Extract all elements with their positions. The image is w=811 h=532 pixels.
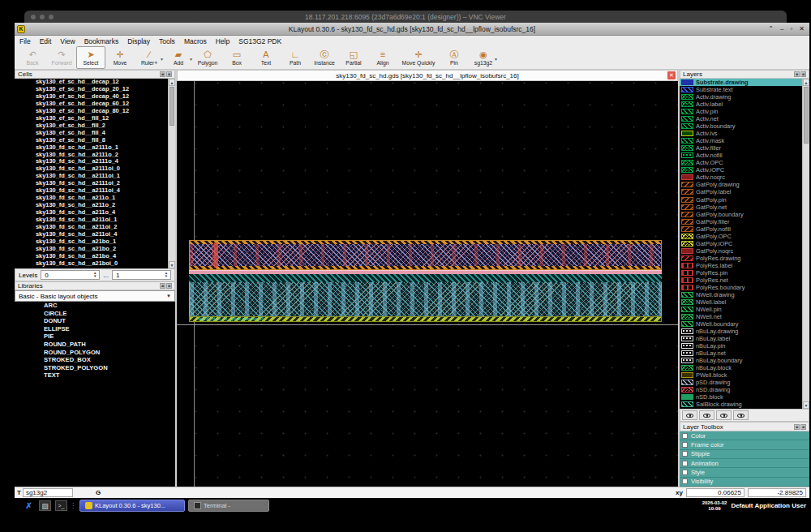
- layer-swatch-icon[interactable]: [681, 277, 693, 283]
- layer-item[interactable]: Activ.lvs: [680, 130, 809, 137]
- terminal-launcher-icon[interactable]: >_: [55, 500, 67, 511]
- layer-swatch-icon[interactable]: [681, 123, 693, 129]
- checkbox-icon[interactable]: [682, 470, 688, 475]
- chevron-down-icon[interactable]: ▼: [494, 57, 498, 62]
- layer-item[interactable]: Activ.OPC: [680, 159, 809, 166]
- layer-swatch-icon[interactable]: [681, 343, 693, 349]
- layer-swatch-icon[interactable]: [681, 241, 693, 247]
- layout-tab[interactable]: sky130_fd_sc_hd.gds [sky130_fd_sc_hd__lp…: [177, 70, 678, 81]
- layer-item[interactable]: NWell.boundary: [680, 320, 809, 328]
- cells-scrollbar[interactable]: ▲ ▼: [168, 79, 175, 268]
- tool-partial[interactable]: ◱Partial: [339, 46, 368, 69]
- library-object-item[interactable]: ROUND_PATH: [15, 341, 175, 349]
- menu-help[interactable]: Help: [216, 37, 230, 45]
- library-object-item[interactable]: TEXT: [15, 371, 175, 380]
- scroll-thumb[interactable]: [169, 87, 174, 126]
- toolbox-row-color[interactable]: Color: [680, 431, 809, 440]
- layer-swatch-icon[interactable]: [681, 380, 693, 385]
- cell-nwell-region[interactable]: [189, 240, 662, 270]
- show-selected-layer-button[interactable]: [716, 410, 732, 420]
- scroll-up-icon[interactable]: ▲: [803, 79, 809, 86]
- layers-list[interactable]: Substrate.drawingSubstrate.textActiv.dra…: [680, 79, 809, 409]
- levels-to-spinner[interactable]: 1▲▼: [112, 270, 171, 280]
- layer-swatch-icon[interactable]: [681, 219, 693, 225]
- layer-item[interactable]: GatPoly.nofill: [680, 225, 809, 233]
- layer-swatch-icon[interactable]: [681, 263, 693, 268]
- layer-swatch-icon[interactable]: [681, 248, 693, 254]
- tool-path[interactable]: ∟Path: [281, 46, 310, 69]
- tool-ruler+[interactable]: ∕Ruler+▼: [135, 46, 164, 69]
- layout-canvas[interactable]: sky130_fd_sc_hd__lpflow_isobufsrc_16: [177, 81, 678, 487]
- file-manager-icon[interactable]: ▨: [39, 500, 51, 511]
- layer-item[interactable]: Substrate.drawing: [680, 79, 809, 86]
- levels-from-spinner[interactable]: 0▲▼: [41, 270, 100, 280]
- layer-item[interactable]: Activ.mask: [680, 137, 809, 144]
- panel-close-icon[interactable]: ▣: [800, 424, 806, 430]
- layer-swatch-icon[interactable]: [681, 116, 693, 122]
- layers-scrollbar[interactable]: ▲ ▼: [802, 79, 809, 409]
- toolbox-row-stipple[interactable]: Stipple: [680, 450, 809, 459]
- layer-swatch-icon[interactable]: [681, 270, 693, 276]
- layer-item[interactable]: Activ.iOPC: [680, 166, 809, 174]
- tool-box[interactable]: ▭Box: [222, 46, 251, 69]
- layer-item[interactable]: nBuLay.drawing: [680, 328, 809, 335]
- layer-item[interactable]: nBuLay.boundary: [680, 357, 809, 364]
- tool-text[interactable]: AText: [251, 46, 281, 69]
- layer-swatch-icon[interactable]: [681, 394, 693, 400]
- tool-move-quickly[interactable]: ✛Move Quickly: [397, 46, 440, 69]
- layer-swatch-icon[interactable]: [681, 226, 693, 232]
- layer-item[interactable]: NWell.label: [680, 298, 809, 306]
- layer-swatch-icon[interactable]: [681, 234, 693, 239]
- layer-swatch-icon[interactable]: [681, 204, 693, 210]
- layer-item[interactable]: SalBlock.drawing: [680, 401, 809, 408]
- toolbox-row-style[interactable]: Style: [680, 468, 809, 477]
- scroll-thumb[interactable]: [804, 87, 809, 144]
- layer-swatch-icon[interactable]: [681, 152, 693, 158]
- layer-swatch-icon[interactable]: [681, 109, 693, 114]
- toolbox-row-animation[interactable]: Animation: [680, 459, 809, 468]
- layer-item[interactable]: nBuLay.pin: [680, 342, 809, 350]
- library-object-item[interactable]: CIRCLE: [15, 310, 175, 318]
- tool-move[interactable]: ✛Move: [105, 46, 135, 69]
- layer-item[interactable]: nBuLay.label: [680, 335, 809, 342]
- layer-swatch-icon[interactable]: [681, 138, 693, 144]
- panel-config-icon[interactable]: ▣: [794, 424, 800, 430]
- layer-item[interactable]: Activ.pin: [680, 108, 809, 115]
- hide-selected-layer-button[interactable]: [733, 410, 749, 420]
- tool-add[interactable]: ▰Add▼: [164, 46, 193, 69]
- show-all-layers-button[interactable]: [682, 410, 697, 420]
- layer-swatch-icon[interactable]: [681, 292, 693, 298]
- layer-item[interactable]: GatPoly.boundary: [680, 211, 809, 218]
- library-select[interactable]: Basic - Basic layout objects ▼: [15, 290, 175, 302]
- layer-swatch-icon[interactable]: [681, 328, 693, 334]
- panel-close-icon[interactable]: ▣: [166, 283, 172, 289]
- layer-item[interactable]: Activ.boundary: [680, 122, 809, 130]
- menu-view[interactable]: View: [60, 37, 75, 45]
- layer-item[interactable]: PWell.block: [680, 371, 809, 379]
- layer-item[interactable]: Activ.drawing: [680, 93, 809, 101]
- layer-swatch-icon[interactable]: [681, 160, 693, 165]
- layer-swatch-icon[interactable]: [681, 197, 693, 203]
- x11-icon[interactable]: ✗: [23, 500, 35, 511]
- layer-item[interactable]: GatPoly.noqrc: [680, 247, 809, 255]
- layer-swatch-icon[interactable]: [681, 358, 693, 363]
- layer-swatch-icon[interactable]: [681, 255, 693, 261]
- checkbox-icon[interactable]: [682, 478, 688, 484]
- scroll-down-icon[interactable]: ▼: [803, 401, 809, 409]
- layer-item[interactable]: PolyRes.boundary: [680, 284, 809, 291]
- layer-item[interactable]: NWell.drawing: [680, 291, 809, 298]
- tool-polygon[interactable]: ⬠Polygon: [193, 46, 222, 69]
- layer-item[interactable]: Substrate.text: [680, 86, 809, 93]
- cells-list[interactable]: ▲ ▼ sky130_ef_sc_hd__decap_12sky130_ef_s…: [15, 79, 175, 268]
- taskbar-klayout-button[interactable]: KLayout 0.30.6 - sky130...: [79, 500, 185, 512]
- layer-swatch-icon[interactable]: [681, 401, 693, 407]
- layer-item[interactable]: Activ.nofill: [680, 152, 809, 159]
- library-object-item[interactable]: DONUT: [15, 317, 175, 325]
- cell-pwell-region[interactable]: [189, 282, 662, 316]
- toolbox-row-visibility[interactable]: Visibility: [680, 478, 809, 487]
- layer-swatch-icon[interactable]: [681, 145, 693, 151]
- layer-swatch-icon[interactable]: [681, 387, 693, 393]
- layer-item[interactable]: GatPoly.iOPC: [680, 240, 809, 247]
- cell-item[interactable]: sky130_fd_sc_hd__a21boi_0: [15, 260, 175, 268]
- layer-item[interactable]: Activ.noqrc: [680, 174, 809, 181]
